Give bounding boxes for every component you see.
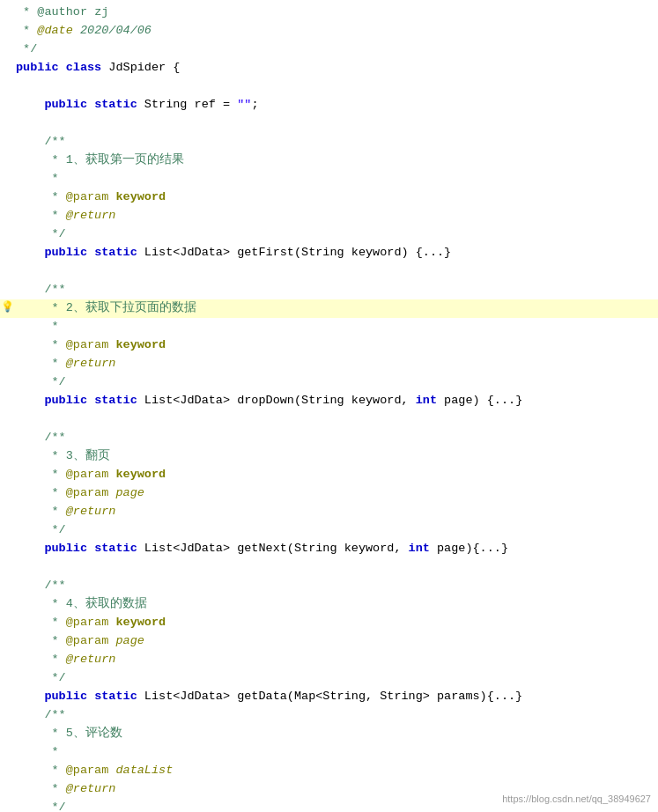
code-token: @param [66,338,109,351]
code-line: /** [0,133,658,151]
code-token [16,542,44,555]
line-content: * @return [14,355,658,373]
code-token [16,690,44,703]
code-token: * 4、获取的数据 [16,597,147,610]
code-token: * [16,190,66,203]
line-content: * [14,318,658,336]
code-line: */ [0,225,658,244]
code-token: class [66,61,102,74]
code-token: public [44,98,87,111]
code-token: dropDown(String keyword, [237,394,416,407]
code-token: */ [16,42,37,55]
code-line: public static String ref = ""; [0,96,658,114]
code-token: List<JdData> [137,690,237,703]
code-token: * [16,468,66,481]
code-token: keyword [115,468,166,481]
code-token: JdSpider { [101,61,180,74]
code-token: ; [251,98,258,111]
code-token: @return [66,209,116,222]
line-icon: 💡 [0,299,14,316]
code-line [0,262,658,281]
line-content: * @param keyword [14,614,658,632]
code-line: public static List<JdData> getNext(Strin… [0,540,658,558]
code-line: */ [0,669,658,688]
code-token: dataList [115,764,173,777]
code-token: @param [66,616,109,629]
code-token: @param [66,486,109,499]
line-content: * @date 2020/04/06 [14,22,658,41]
code-line [0,78,658,96]
line-content: * [14,743,658,762]
code-token: * 3、翻页 [16,449,110,462]
code-line: */ [0,521,658,540]
code-token: /** [16,135,66,148]
code-token [87,542,94,555]
code-token: * [16,5,37,18]
code-line [0,114,658,133]
code-token: @author [37,5,87,18]
code-token: @param [66,190,109,203]
code-token: page){...} [430,542,508,555]
code-editor: * @author zj * @date 2020/04/06 */public… [0,0,658,812]
code-token: * [16,653,66,666]
code-token [87,394,94,407]
line-content: public class JdSpider { [14,59,658,78]
line-content: * @return [14,651,658,669]
code-token [16,98,44,111]
code-token: page [115,486,144,499]
line-content: * 1、获取第一页的结果 [14,151,658,170]
code-line: public static List<JdData> getFirst(Stri… [0,244,658,262]
line-content: * @param keyword [14,188,658,207]
code-token: public [44,542,87,555]
line-content: * @param dataList [14,762,658,780]
code-line: /** [0,577,658,595]
line-content: /** [14,429,658,447]
code-line: * @param keyword [0,188,658,207]
line-content: */ [14,41,658,59]
code-token [16,246,44,259]
code-line: * [0,170,658,188]
code-token: * [16,357,66,370]
code-token: @param [66,634,109,647]
code-token: keyword [115,616,166,629]
code-token: * [16,486,66,499]
code-token: * [16,338,66,351]
code-token: static [94,98,137,111]
code-token: */ [16,523,66,536]
line-content: /** [14,577,658,595]
code-token: * [16,24,37,37]
line-content: */ [14,225,658,244]
code-token: /** [16,431,66,444]
line-content: public static String ref = ""; [14,96,658,114]
line-content: /** [14,133,658,151]
line-content: * @param keyword [14,336,658,355]
line-content: */ [14,373,658,392]
code-token: * [16,634,66,647]
code-line: * 4、获取的数据 [0,595,658,614]
code-line: * @param page [0,484,658,503]
code-token [87,246,94,259]
code-token: */ [16,375,66,388]
code-line: public static List<JdData> getData(Map<S… [0,688,658,706]
code-token: public [44,246,87,259]
code-token: /** [16,579,66,592]
code-token: * [16,320,59,333]
line-content: /** [14,281,658,299]
code-token: * 1、获取第一页的结果 [16,153,184,166]
code-line: */ [0,373,658,392]
line-content: public static List<JdData> dropDown(Stri… [14,392,658,410]
code-token: static [94,542,137,555]
line-content: * 5、评论数 [14,725,658,743]
code-line: * @param dataList [0,762,658,780]
code-token: getFirst(String keyword) {...} [237,246,451,259]
code-token: "" [237,98,251,111]
line-content: * @return [14,207,658,225]
code-token: static [94,690,137,703]
code-token: * [16,172,59,185]
code-token: * [16,782,66,795]
code-token: @return [66,782,116,795]
code-token: List<JdData> [137,394,237,407]
code-token: static [94,246,137,259]
line-content: * 2、获取下拉页面的数据 [14,299,658,318]
code-line: * @date 2020/04/06 [0,22,658,41]
